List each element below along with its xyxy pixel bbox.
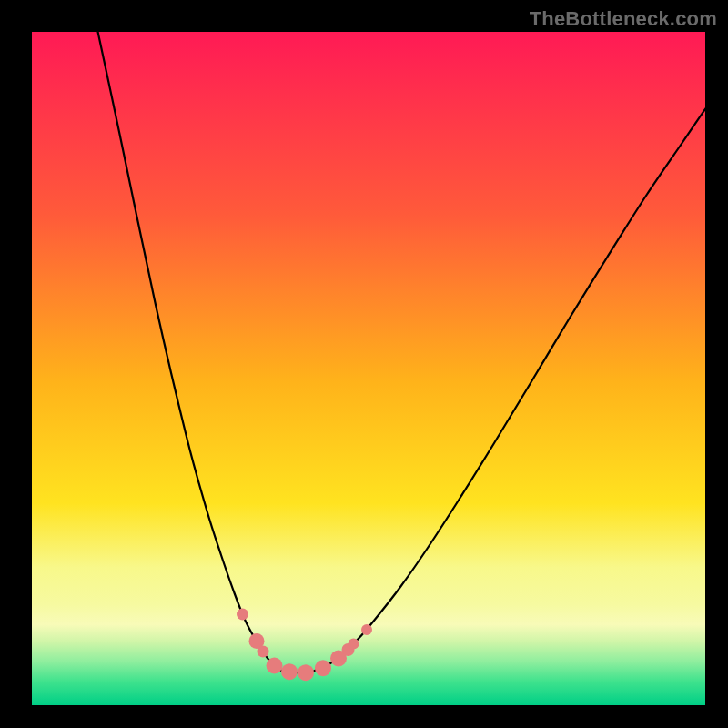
data-marker bbox=[298, 664, 314, 681]
gradient-background bbox=[32, 32, 705, 705]
data-marker bbox=[349, 639, 359, 650]
data-marker bbox=[361, 624, 372, 635]
data-marker bbox=[237, 609, 248, 621]
plot-area bbox=[32, 32, 705, 705]
chart-svg bbox=[32, 32, 705, 705]
chart-frame: TheBottleneck.com bbox=[0, 0, 728, 728]
watermark-text: TheBottleneck.com bbox=[530, 7, 717, 31]
data-marker bbox=[315, 660, 331, 676]
data-marker bbox=[281, 663, 298, 680]
data-marker bbox=[267, 658, 283, 674]
data-marker bbox=[258, 646, 269, 658]
